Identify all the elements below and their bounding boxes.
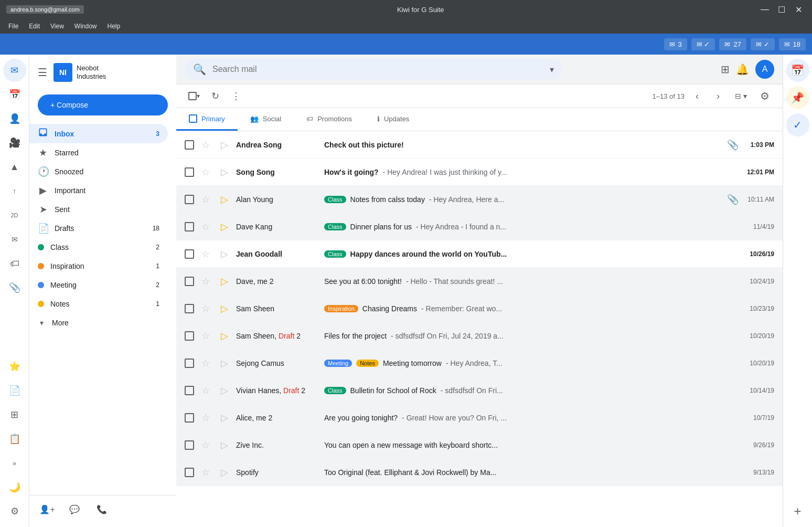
star-button[interactable]: ☆ — [198, 138, 213, 152]
email-row[interactable]: ☆▷SpotifyToo Original (feat. Elliphant &… — [176, 459, 783, 486]
notif-badge-2[interactable]: ✉ ✓ — [691, 38, 715, 50]
notif-badge-1[interactable]: ✉ 3 — [664, 38, 687, 50]
search-input[interactable] — [212, 65, 543, 74]
snooze-button[interactable]: ▷ — [217, 192, 232, 207]
email-row[interactable]: ☆▷Sam SheenInspirationChasing Dreams- Re… — [176, 295, 783, 322]
menu-window[interactable]: Window — [70, 22, 101, 31]
star-button[interactable]: ☆ — [198, 438, 213, 452]
maximize-button[interactable]: ☐ — [774, 2, 789, 17]
email-checkbox[interactable] — [185, 468, 194, 477]
sidebar-item-inspiration[interactable]: Inspiration 1 — [29, 257, 168, 276]
email-checkbox[interactable] — [185, 222, 194, 231]
notif-badge-3[interactable]: ✉ 27 — [719, 38, 746, 50]
tab-social[interactable]: 👥 Social — [238, 108, 294, 131]
select-dropdown-icon[interactable]: ▾ — [197, 92, 200, 100]
sidebar-item-more[interactable]: ▾ More — [29, 313, 168, 332]
email-checkbox[interactable] — [185, 167, 194, 177]
email-checkbox[interactable] — [185, 331, 194, 341]
email-row[interactable]: ☆▷Sam Sheen, Draft 2Files for the projec… — [176, 322, 783, 350]
snooze-button[interactable]: ▷ — [217, 410, 232, 425]
email-row[interactable]: ☆▷Alice, me 2Are you going tonight?- Gre… — [176, 404, 783, 431]
search-dropdown-icon[interactable]: ▾ — [550, 65, 554, 75]
sidebar-item-notes[interactable]: Notes 1 — [29, 294, 168, 313]
toolbar-clipboard[interactable]: 📋 — [3, 427, 26, 450]
email-row[interactable]: ☆▷Vivian Hanes, Draft 2ClassBulletin for… — [176, 377, 783, 404]
right-add-icon[interactable]: + — [786, 500, 809, 523]
email-checkbox[interactable] — [185, 304, 194, 313]
refresh-button[interactable]: ↻ — [206, 87, 225, 106]
support-button[interactable]: 💬 — [65, 500, 84, 519]
snooze-button[interactable]: ▷ — [217, 356, 232, 371]
email-checkbox[interactable] — [185, 140, 194, 150]
toolbar-2d[interactable]: 2D — [3, 204, 26, 227]
star-button[interactable]: ☆ — [198, 219, 213, 234]
tab-promotions[interactable]: 🏷 Promotions — [294, 108, 365, 131]
density-button[interactable]: ⊟ ▾ — [731, 90, 751, 102]
tab-primary[interactable]: Primary — [176, 108, 238, 131]
select-all-button[interactable]: ▾ — [185, 87, 204, 106]
toolbar-tag[interactable]: 🏷 — [3, 252, 26, 275]
email-row[interactable]: ☆▷Song SongHow's it going?- Hey Andrea! … — [176, 159, 783, 186]
email-row[interactable]: ☆▷Alan YoungClassNotes from calss today-… — [176, 186, 783, 213]
toolbar-up[interactable]: ↑ — [3, 180, 26, 203]
star-button[interactable]: ☆ — [198, 410, 213, 425]
toolbar-star2[interactable]: ⭐ — [3, 355, 26, 378]
email-checkbox[interactable] — [185, 249, 194, 259]
sidebar-item-important[interactable]: ▶ Important — [29, 181, 168, 200]
star-button[interactable]: ☆ — [198, 383, 213, 398]
right-tasks-icon[interactable]: ✓ — [786, 113, 809, 136]
notif-badge-5[interactable]: ✉ 18 — [779, 38, 806, 50]
add-contact-button[interactable]: 👤+ — [38, 500, 57, 519]
phone-button[interactable]: 📞 — [92, 500, 111, 519]
email-row[interactable]: ☆▷Dave KangClassDinner plans for us- Hey… — [176, 213, 783, 240]
star-button[interactable]: ☆ — [198, 247, 213, 261]
prev-page-button[interactable]: ‹ — [689, 88, 706, 104]
email-checkbox[interactable] — [185, 440, 194, 450]
notifications-button[interactable]: 🔔 — [736, 63, 749, 76]
email-row[interactable]: ☆▷Jean GoodallClassHappy dances around t… — [176, 240, 783, 268]
close-button[interactable]: ✕ — [791, 2, 806, 17]
toolbar-contacts[interactable]: 👤 — [3, 107, 26, 130]
toolbar-meet[interactable]: 🎥 — [3, 131, 26, 154]
snooze-button[interactable]: ▷ — [217, 438, 232, 452]
toolbar-envelope-small[interactable]: ✉ — [3, 228, 26, 251]
right-calendar-icon[interactable]: 📅 — [786, 59, 809, 82]
menu-help[interactable]: Help — [103, 22, 125, 31]
sidebar-item-snoozed[interactable]: 🕐 Snoozed — [29, 162, 168, 181]
star-button[interactable]: ☆ — [198, 356, 213, 371]
sidebar-item-class[interactable]: Class 2 — [29, 238, 168, 257]
email-checkbox[interactable] — [185, 277, 194, 286]
snooze-button[interactable]: ▷ — [217, 465, 232, 480]
notif-badge-4[interactable]: ✉ ✓ — [751, 38, 775, 50]
email-row[interactable]: ☆▷Dave, me 2See you at 6:00 tonight!- He… — [176, 268, 783, 295]
right-keep-icon[interactable]: 📌 — [786, 86, 809, 109]
minimize-button[interactable]: — — [757, 2, 772, 17]
email-row[interactable]: ☆▷Andrea SongCheck out this picture!📎1:0… — [176, 131, 783, 159]
apps-button[interactable]: ⊞ — [721, 63, 730, 76]
settings-button[interactable]: ⚙ — [755, 87, 774, 106]
snooze-button[interactable]: ▷ — [217, 301, 232, 316]
sidebar-item-drafts[interactable]: 📄 Drafts 18 — [29, 219, 168, 238]
snooze-button[interactable]: ▷ — [217, 329, 232, 343]
star-button[interactable]: ☆ — [198, 301, 213, 316]
email-checkbox[interactable] — [185, 413, 194, 423]
next-page-button[interactable]: › — [710, 88, 726, 104]
star-button[interactable]: ☆ — [198, 329, 213, 343]
toolbar-clip[interactable]: 📎 — [3, 276, 26, 299]
sidebar-item-starred[interactable]: ★ Starred — [29, 143, 168, 162]
toolbar-calendar[interactable]: 📅 — [3, 83, 26, 106]
email-row[interactable]: ☆▷Zive Inc.You can open a new message wi… — [176, 431, 783, 459]
toolbar-expand[interactable]: » — [3, 451, 26, 475]
sidebar-item-meeting[interactable]: Meeting 2 — [29, 276, 168, 294]
more-options-button[interactable]: ⋮ — [227, 87, 245, 106]
sidebar-item-sent[interactable]: ➤ Sent — [29, 200, 168, 219]
menu-edit[interactable]: Edit — [25, 22, 44, 31]
email-checkbox[interactable] — [185, 359, 194, 368]
snooze-button[interactable]: ▷ — [217, 219, 232, 234]
snooze-button[interactable]: ▷ — [217, 165, 232, 180]
snooze-button[interactable]: ▷ — [217, 138, 232, 152]
toolbar-moon[interactable]: 🌙 — [3, 476, 26, 499]
sidebar-item-inbox[interactable]: Inbox 3 — [29, 124, 168, 143]
snooze-button[interactable]: ▷ — [217, 274, 232, 289]
email-checkbox[interactable] — [185, 195, 194, 204]
